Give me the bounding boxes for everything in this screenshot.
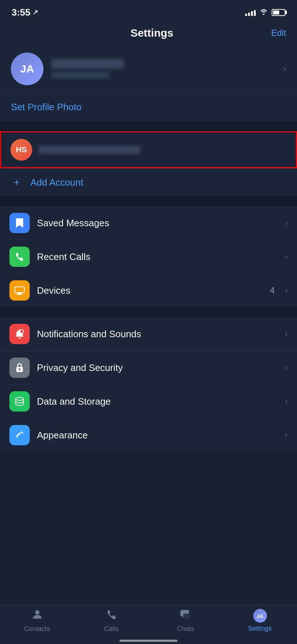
- status-time: 3:55 ↗: [12, 7, 38, 18]
- add-account-section: + Add Account: [0, 168, 297, 196]
- signal-bar-1: [245, 14, 247, 16]
- devices-badge: 4: [270, 285, 275, 296]
- secondary-account-item[interactable]: HS: [1, 132, 296, 167]
- secondary-account-name-redacted: [39, 146, 140, 154]
- section-gap-2: [0, 196, 297, 206]
- data-storage-icon: [9, 391, 30, 412]
- profile-name-redacted: [51, 59, 124, 69]
- appearance-chevron-icon: ›: [285, 430, 288, 440]
- tab-contacts[interactable]: Contacts: [0, 608, 74, 633]
- privacy-label: Privacy and Security: [37, 362, 278, 373]
- saved-messages-icon: [9, 213, 30, 233]
- menu-item-privacy[interactable]: Privacy and Security ›: [0, 351, 297, 384]
- signal-bar-4: [254, 10, 256, 16]
- status-bar: 3:55 ↗: [0, 0, 297, 22]
- privacy-chevron-icon: ›: [285, 363, 288, 372]
- add-account-plus-icon: +: [9, 175, 24, 190]
- svg-rect-2: [16, 294, 23, 295]
- svg-rect-1: [17, 293, 22, 294]
- contacts-tab-icon: [32, 608, 43, 623]
- chats-tab-label: Chats: [177, 625, 194, 633]
- signal-bars-icon: [245, 9, 256, 16]
- notifications-chevron-icon: ›: [285, 329, 288, 339]
- menu-item-notifications[interactable]: Notifications and Sounds ›: [0, 317, 297, 351]
- contacts-tab-label: Contacts: [24, 625, 50, 633]
- calls-tab-icon: [106, 608, 117, 623]
- devices-chevron-icon: ›: [285, 286, 288, 295]
- navigation-bar: Settings Edit: [0, 22, 297, 45]
- secondary-account-avatar: HS: [11, 139, 32, 161]
- settings-tab-label: Settings: [248, 625, 272, 632]
- location-arrow-icon: ↗: [33, 8, 38, 16]
- svg-point-3: [20, 330, 24, 333]
- recent-calls-label: Recent Calls: [37, 251, 278, 263]
- recent-calls-icon: [9, 247, 30, 267]
- notifications-label: Notifications and Sounds: [37, 329, 278, 340]
- profile-info: [51, 59, 276, 79]
- avatar: JA: [11, 53, 43, 85]
- signal-bar-3: [251, 11, 253, 16]
- menu-section-2: Notifications and Sounds › Privacy and S…: [0, 317, 297, 452]
- tab-bar: Contacts Calls Chats JA Settings: [0, 604, 297, 644]
- data-storage-chevron-icon: ›: [285, 397, 288, 406]
- devices-label: Devices: [37, 285, 263, 296]
- add-account-label[interactable]: Add Account: [30, 177, 83, 188]
- profile-chevron-icon: ›: [284, 64, 286, 74]
- status-icons: [245, 8, 285, 17]
- time-display: 3:55: [12, 7, 30, 18]
- svg-point-9: [35, 610, 39, 615]
- menu-section-1: Saved Messages › Recent Calls › Devices …: [0, 206, 297, 307]
- menu-item-recent-calls[interactable]: Recent Calls ›: [0, 240, 297, 273]
- avatar-initials: JA: [20, 63, 34, 75]
- calls-tab-label: Calls: [104, 625, 118, 633]
- profile-row[interactable]: JA ›: [0, 45, 297, 94]
- section-gap-1: [0, 121, 297, 131]
- menu-item-saved-messages[interactable]: Saved Messages ›: [0, 206, 297, 240]
- settings-tab-initials: JA: [256, 613, 263, 619]
- notifications-icon: [9, 324, 30, 344]
- saved-messages-label: Saved Messages: [37, 218, 278, 229]
- secondary-account-initials: HS: [16, 145, 27, 154]
- tab-settings[interactable]: JA Settings: [223, 609, 297, 632]
- saved-messages-chevron-icon: ›: [285, 218, 288, 228]
- tab-calls[interactable]: Calls: [74, 608, 148, 633]
- menu-item-appearance[interactable]: Appearance ›: [0, 418, 297, 452]
- signal-bar-2: [248, 13, 250, 16]
- data-storage-label: Data and Storage: [37, 396, 278, 407]
- devices-icon: [9, 280, 30, 301]
- privacy-icon: [9, 358, 30, 378]
- appearance-icon: [9, 425, 30, 445]
- home-indicator: [120, 640, 177, 642]
- tab-chats[interactable]: Chats: [148, 608, 223, 633]
- add-account-item[interactable]: + Add Account: [0, 169, 297, 196]
- svg-rect-8: [16, 432, 21, 437]
- wifi-icon: [259, 8, 268, 17]
- set-profile-photo-link[interactable]: Set Profile Photo: [11, 102, 81, 112]
- profile-phone-redacted: [51, 71, 109, 79]
- battery-icon: [272, 9, 285, 16]
- settings-tab-avatar: JA: [253, 609, 267, 623]
- svg-rect-0: [15, 287, 24, 293]
- svg-rect-6: [19, 370, 20, 371]
- bottom-padding: [0, 452, 297, 495]
- edit-button[interactable]: Edit: [271, 28, 286, 38]
- recent-calls-chevron-icon: ›: [285, 252, 288, 261]
- page-title: Settings: [33, 27, 271, 39]
- svg-point-7: [16, 397, 24, 400]
- menu-item-data-storage[interactable]: Data and Storage ›: [0, 384, 297, 418]
- menu-item-devices[interactable]: Devices 4 ›: [0, 273, 297, 307]
- chats-tab-icon: [180, 608, 192, 623]
- section-gap-3: [0, 307, 297, 317]
- appearance-label: Appearance: [37, 430, 278, 441]
- battery-fill: [273, 11, 279, 15]
- set-profile-photo-section[interactable]: Set Profile Photo: [0, 94, 297, 121]
- secondary-account-section: HS: [0, 131, 297, 168]
